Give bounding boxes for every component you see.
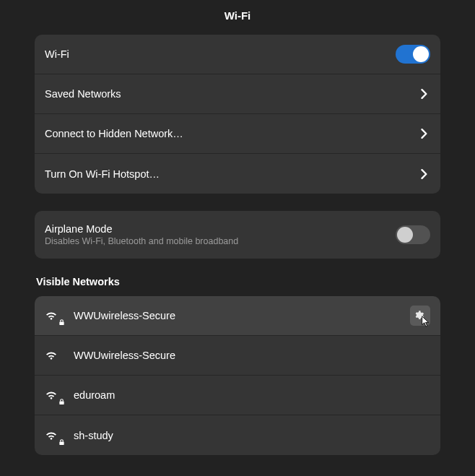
svg-rect-2 [59, 441, 64, 445]
airplane-mode-toggle[interactable] [396, 225, 430, 244]
chevron-right-icon [419, 168, 430, 180]
lock-icon [58, 396, 65, 402]
network-name: WWUwireless-Secure [74, 350, 430, 361]
toggle-knob [413, 46, 429, 62]
network-name: WWUwireless-Secure [74, 310, 400, 321]
connect-hidden-network-row[interactable]: Connect to Hidden Network… [35, 114, 440, 154]
lock-icon [58, 436, 65, 443]
network-row[interactable]: sh-study [35, 415, 440, 455]
network-row[interactable]: WWUwireless-Secure [35, 296, 440, 336]
visible-networks-group: WWUwireless-SecureWWUwireless-Secureedur… [35, 296, 440, 455]
wifi-signal-icon [45, 311, 64, 321]
connect-hidden-network-label: Connect to Hidden Network… [45, 128, 419, 139]
toggle-knob [397, 227, 413, 243]
wifi-label: Wi-Fi [45, 48, 396, 60]
page-title: Wi-Fi [0, 0, 475, 35]
airplane-mode-group: Airplane Mode Disables Wi-Fi, Bluetooth … [35, 211, 440, 259]
lock-icon [58, 316, 65, 323]
wifi-signal-icon [45, 390, 64, 400]
saved-networks-label: Saved Networks [45, 88, 419, 100]
network-row[interactable]: WWUwireless-Secure [35, 336, 440, 376]
svg-rect-1 [59, 402, 64, 405]
saved-networks-row[interactable]: Saved Networks [35, 74, 440, 114]
visible-networks-header: Visible Networks [36, 276, 440, 287]
airplane-mode-row[interactable]: Airplane Mode Disables Wi-Fi, Bluetooth … [35, 211, 440, 259]
network-name: eduroam [74, 389, 430, 401]
wifi-toggle[interactable] [396, 45, 430, 64]
airplane-mode-sublabel: Disables Wi-Fi, Bluetooth and mobile bro… [45, 236, 396, 246]
chevron-right-icon [419, 88, 430, 100]
wifi-toggle-row[interactable]: Wi-Fi [35, 35, 440, 74]
network-settings-button[interactable] [410, 306, 430, 326]
wifi-hotspot-row[interactable]: Turn On Wi-Fi Hotspot… [35, 154, 440, 194]
gear-icon [414, 310, 426, 321]
wifi-signal-icon [45, 430, 64, 441]
network-row[interactable]: eduroam [35, 376, 440, 415]
wifi-settings-group: Wi-Fi Saved Networks Connect to Hidden N… [35, 35, 440, 194]
network-name: sh-study [74, 430, 430, 441]
wifi-hotspot-label: Turn On Wi-Fi Hotspot… [45, 168, 419, 180]
airplane-mode-label: Airplane Mode [45, 223, 396, 235]
chevron-right-icon [419, 128, 430, 139]
svg-rect-0 [59, 322, 64, 326]
wifi-signal-icon [45, 350, 64, 360]
